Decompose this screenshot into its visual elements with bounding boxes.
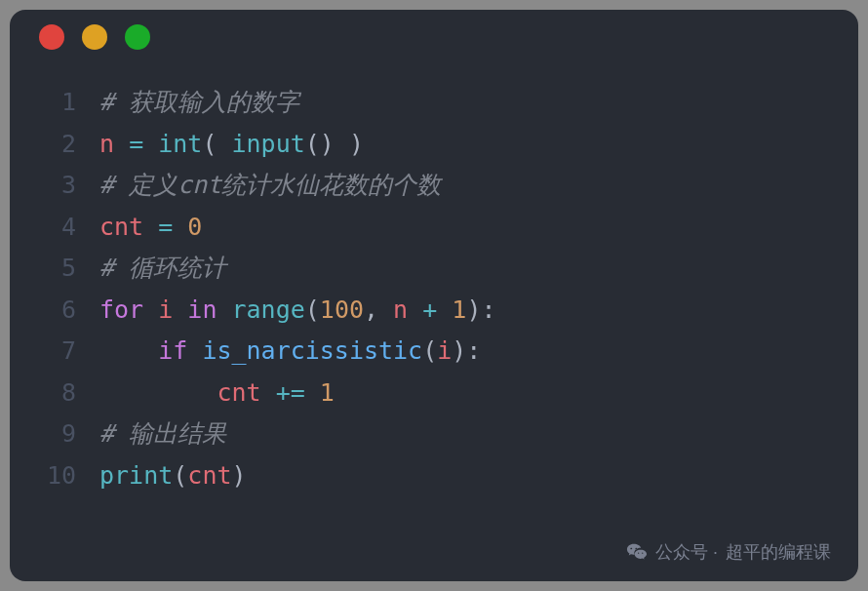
minimize-icon[interactable]	[82, 24, 107, 50]
line-content: if is_narcissistic(i):	[99, 331, 481, 373]
code-token: )	[335, 130, 364, 158]
code-token: 1	[320, 378, 335, 407]
code-token: in	[187, 296, 217, 324]
line-content: cnt = 0	[99, 207, 202, 249]
watermark-name: 超平的编程课	[726, 540, 831, 564]
code-token	[173, 296, 187, 324]
code-token: n	[393, 296, 408, 324]
code-line: 10print(cnt)	[10, 455, 858, 497]
code-token: =	[158, 213, 173, 241]
code-token: if	[158, 336, 187, 365]
line-number: 5	[10, 248, 99, 290]
code-token: # 获取输入的数字	[99, 88, 299, 116]
line-number: 2	[10, 124, 99, 166]
code-line: 7 if is_narcissistic(i):	[10, 331, 858, 373]
code-token	[437, 296, 452, 324]
code-token: ,	[364, 296, 393, 324]
line-content: # 获取输入的数字	[99, 82, 299, 124]
code-token	[99, 378, 217, 407]
code-line: 8 cnt += 1	[10, 373, 858, 414]
code-token: (	[305, 296, 320, 324]
code-token: )	[452, 336, 466, 365]
close-icon[interactable]	[39, 24, 64, 50]
code-token: )	[466, 296, 481, 324]
code-token: # 循环统计	[99, 254, 226, 282]
code-token: i	[158, 296, 173, 324]
code-token: is_narcissistic	[202, 336, 422, 365]
line-number: 7	[10, 331, 99, 373]
code-area: 1# 获取输入的数字2n = int( input() )3# 定义cnt统计水…	[10, 64, 858, 496]
line-content: for i in range(100, n + 1):	[99, 290, 496, 332]
code-token: (	[422, 336, 437, 365]
titlebar	[10, 10, 858, 64]
code-token	[261, 378, 276, 407]
code-token: (	[173, 461, 187, 490]
code-token: # 定义cnt统计水仙花数的个数	[99, 171, 441, 199]
code-token: =	[129, 130, 143, 158]
code-token	[408, 296, 422, 324]
code-token: n	[99, 130, 114, 158]
code-token	[143, 213, 158, 241]
code-token	[305, 378, 320, 407]
code-token: 0	[187, 213, 202, 241]
code-token: :	[481, 296, 495, 324]
code-window: 1# 获取输入的数字2n = int( input() )3# 定义cnt统计水…	[10, 10, 858, 581]
code-token	[217, 296, 231, 324]
code-token: ()	[305, 130, 335, 158]
code-token: +=	[276, 378, 305, 407]
code-token	[114, 130, 129, 158]
code-token: cnt	[217, 378, 260, 407]
line-number: 1	[10, 82, 99, 124]
line-number: 10	[10, 455, 99, 497]
code-token: 100	[320, 296, 364, 324]
line-content: # 循环统计	[99, 248, 226, 290]
code-token: 1	[452, 296, 466, 324]
code-token	[99, 336, 158, 365]
line-number: 8	[10, 373, 99, 414]
wechat-icon	[626, 541, 648, 563]
line-number: 6	[10, 290, 99, 332]
watermark-prefix: 公众号 ·	[655, 540, 718, 564]
line-content: cnt += 1	[99, 373, 335, 414]
code-token: int	[158, 130, 202, 158]
code-token: # 输出结果	[99, 419, 226, 448]
code-token	[143, 296, 158, 324]
code-line: 9# 输出结果	[10, 414, 858, 455]
code-token	[143, 130, 158, 158]
zoom-icon[interactable]	[125, 24, 150, 50]
code-token: input	[232, 130, 305, 158]
code-token: +	[422, 296, 437, 324]
code-token: :	[466, 336, 481, 365]
line-content: n = int( input() )	[99, 124, 364, 166]
code-line: 6for i in range(100, n + 1):	[10, 290, 858, 332]
line-content: print(cnt)	[99, 455, 247, 497]
code-token: cnt	[99, 213, 143, 241]
line-content: # 输出结果	[99, 414, 226, 455]
code-line: 1# 获取输入的数字	[10, 82, 858, 124]
line-content: # 定义cnt统计水仙花数的个数	[99, 165, 441, 207]
code-token: (	[202, 130, 231, 158]
code-line: 2n = int( input() )	[10, 124, 858, 166]
line-number: 3	[10, 165, 99, 207]
line-number: 9	[10, 414, 99, 455]
code-token: range	[232, 296, 305, 324]
code-line: 3# 定义cnt统计水仙花数的个数	[10, 165, 858, 207]
code-line: 4cnt = 0	[10, 207, 858, 249]
code-line: 5# 循环统计	[10, 248, 858, 290]
code-token: )	[231, 461, 246, 490]
watermark: 公众号 · 超平的编程课	[626, 540, 831, 564]
code-token	[173, 213, 187, 241]
line-number: 4	[10, 207, 99, 249]
code-token: for	[99, 296, 143, 324]
code-token: i	[437, 336, 452, 365]
code-token	[187, 336, 202, 365]
code-token: cnt	[187, 461, 231, 490]
code-token: print	[99, 461, 173, 490]
